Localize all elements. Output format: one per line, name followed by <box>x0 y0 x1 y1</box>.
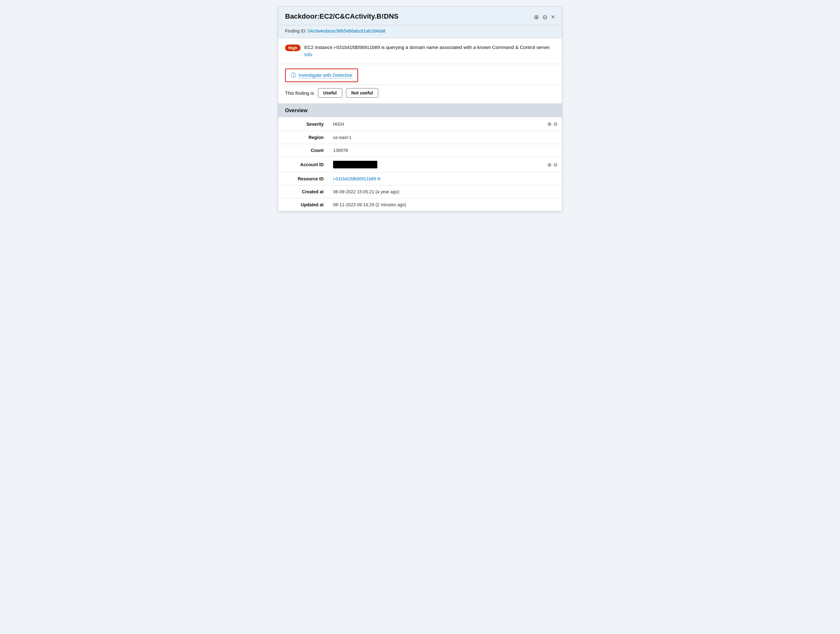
resource-id-link[interactable]: i-031b41fdb56911b89⧉ <box>333 176 380 181</box>
investigate-row: ⓘ Investigate with Detective <box>278 64 562 85</box>
row-zoom-in-icon[interactable]: ⊕ <box>547 121 551 127</box>
finding-id-row: Finding ID: 04c0a4edacec98b5466abc81ab18… <box>278 25 562 38</box>
zoom-out-icon[interactable]: ⊖ <box>542 14 548 20</box>
row-value: 08-11-2023 09:14:29 (2 minutes ago) <box>328 199 562 211</box>
finding-id-label: Finding ID: <box>285 28 306 33</box>
row-label: Account ID <box>278 157 328 172</box>
investigate-info-icon: ⓘ <box>291 72 296 79</box>
not-useful-button[interactable]: Not useful <box>346 88 378 98</box>
row-value: HIGH⊕⊖ <box>328 117 562 131</box>
cell-text: HIGH <box>333 121 344 127</box>
cell-text: 08-11-2023 09:14:29 (2 minutes ago) <box>333 202 406 207</box>
info-link[interactable]: Info <box>304 52 312 57</box>
table-row: Created at06-09-2022 15:05:21 (a year ag… <box>278 185 562 199</box>
external-link-icon: ⧉ <box>377 176 380 181</box>
table-row: Updated at08-11-2023 09:14:29 (2 minutes… <box>278 199 562 211</box>
header-actions: ⊕ ⊖ × <box>534 14 555 21</box>
row-zoom-in-icon[interactable]: ⊕ <box>547 162 551 168</box>
panel-header: Backdoor:EC2/C&CActivity.B!DNS ⊕ ⊖ × <box>278 6 562 25</box>
row-value: i-031b41fdb56911b89⧉ <box>328 172 562 185</box>
close-icon[interactable]: × <box>551 14 555 21</box>
description-text: EC2 instance i-031b41fdb56911b89 is quer… <box>304 44 555 58</box>
table-row: SeverityHIGH⊕⊖ <box>278 117 562 131</box>
cell-text: 06-09-2022 15:05:21 (a year ago) <box>333 189 399 194</box>
row-label: Resource ID <box>278 172 328 185</box>
table-row: Count136978 <box>278 144 562 157</box>
row-value: us-east-1 <box>328 131 562 144</box>
description-row: High EC2 instance i-031b41fdb56911b89 is… <box>278 38 562 64</box>
table-row: Resource IDi-031b41fdb56911b89⧉ <box>278 172 562 185</box>
finding-id-link[interactable]: 04c0a4edacec98b5466abc81ab184da8 <box>308 28 385 33</box>
row-label: Created at <box>278 185 328 199</box>
row-label: Count <box>278 144 328 157</box>
row-label: Region <box>278 131 328 144</box>
overview-section: Overview SeverityHIGH⊕⊖Regionus-east-1Co… <box>278 104 562 211</box>
severity-badge: High <box>285 44 300 51</box>
row-value: ⊕⊖ <box>328 157 562 172</box>
zoom-in-icon[interactable]: ⊕ <box>534 14 539 20</box>
table-row: Account ID⊕⊖ <box>278 157 562 172</box>
overview-table: SeverityHIGH⊕⊖Regionus-east-1Count136978… <box>278 117 562 211</box>
row-zoom-out-icon[interactable]: ⊖ <box>553 121 557 127</box>
overview-header: Overview <box>278 104 562 117</box>
cell-text: 136978 <box>333 148 348 153</box>
cell-text: us-east-1 <box>333 135 351 140</box>
feedback-row: This finding is Useful Not useful <box>278 85 562 104</box>
overview-title: Overview <box>285 108 308 113</box>
row-zoom-out-icon[interactable]: ⊖ <box>553 162 557 168</box>
finding-panel: Backdoor:EC2/C&CActivity.B!DNS ⊕ ⊖ × Fin… <box>278 6 562 211</box>
account-id-redacted <box>333 161 377 169</box>
panel-title: Backdoor:EC2/C&CActivity.B!DNS <box>285 12 398 21</box>
table-row: Regionus-east-1 <box>278 131 562 144</box>
row-value: 06-09-2022 15:05:21 (a year ago) <box>328 185 562 199</box>
investigate-button[interactable]: ⓘ Investigate with Detective <box>285 69 358 82</box>
useful-button[interactable]: Useful <box>318 88 342 98</box>
row-value: 136978 <box>328 144 562 157</box>
row-label: Updated at <box>278 199 328 211</box>
feedback-label: This finding is <box>285 90 314 96</box>
investigate-label[interactable]: Investigate with Detective <box>298 73 352 78</box>
row-label: Severity <box>278 117 328 131</box>
